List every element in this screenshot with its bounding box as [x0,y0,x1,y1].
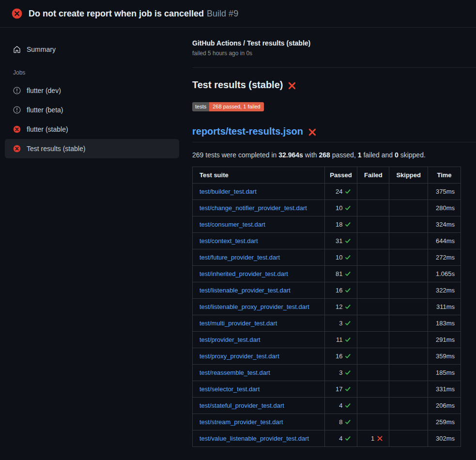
sidebar-item-label: Test results (stable) [27,145,85,153]
suite-link[interactable]: test/context_test.dart [200,237,258,245]
x-circle-icon [13,125,21,133]
suite-link[interactable]: test/builder_test.dart [200,188,257,195]
home-icon [13,46,21,53]
passed-cell: 10 [324,200,357,216]
suite-link[interactable]: test/inherited_provider_test.dart [200,270,288,277]
passed-cell: 11 [324,332,357,348]
sidebar-item-label: flutter (beta) [27,106,63,114]
time-value: 359ms [428,348,461,365]
skipped-cell [389,430,428,447]
passed-cell: 12 [324,299,357,315]
suite-link[interactable]: test/stream_provider_test.dart [200,418,283,426]
suite-link[interactable]: test/listenable_proxy_provider_test.dart [200,303,309,310]
passed-cell: 4 [324,398,357,414]
summary-duration: 32.964s [278,151,303,159]
x-icon [377,435,383,442]
suite-link[interactable]: test/listenable_provider_test.dart [200,287,291,294]
skipped-cell [389,398,428,414]
check-icon [345,320,351,326]
time-value: 259ms [428,414,461,430]
passed-cell: 24 [324,184,357,200]
check-icon [345,386,351,392]
table-row: test/inherited_provider_test.dart 81 1.0… [193,266,461,282]
x-circle-icon [13,145,21,153]
check-icon [345,304,351,310]
sidebar-item-flutter-beta[interactable]: flutter (beta) [5,100,179,120]
sidebar-item-summary[interactable]: Summary [5,40,179,59]
col-header-passed: Passed [324,167,357,184]
col-header-skipped: Skipped [389,167,428,184]
skipped-cell [389,249,428,266]
table-row: test/consumer_test.dart 18 324ms [193,216,461,233]
jobs-list: flutter (dev) flutter (beta) flutter (st… [5,81,179,158]
failed-cell: 1 [357,430,389,447]
x-circle-icon [12,8,22,19]
suite-link[interactable]: test/consumer_test.dart [200,221,265,228]
suite-link[interactable]: test/value_listenable_provider_test.dart [200,435,309,442]
skipped-cell [389,348,428,365]
suite-link[interactable]: test/change_notifier_provider_test.dart [200,204,307,212]
table-row: test/listenable_proxy_provider_test.dart… [193,299,461,315]
sidebar-item-label: flutter (dev) [27,87,61,94]
table-row: test/reassemble_test.dart 3 185ms [193,365,461,381]
check-icon [345,254,351,261]
passed-cell: 17 [324,381,357,398]
table-row: test/stream_provider_test.dart 8 259ms [193,414,461,430]
check-icon [345,435,351,442]
passed-cell: 16 [324,282,357,299]
summary-passed: 268 [319,151,330,159]
failed-cell [357,233,389,249]
failed-cell [357,315,389,332]
suite-link[interactable]: test/multi_provider_test.dart [200,320,277,327]
time-value: 280ms [428,200,461,216]
section-title: Test results (stable) [192,79,476,91]
build-title: Do not create report when job is cancell… [29,9,204,18]
suite-link[interactable]: test/stateful_provider_test.dart [200,402,284,409]
suite-link[interactable]: test/future_provider_test.dart [200,254,280,261]
suite-link[interactable]: test/selector_test.dart [200,385,260,393]
failed-cell [357,398,389,414]
skipped-cell [389,365,428,381]
red-cross-icon [288,81,296,90]
summary-failed: 1 [358,151,362,159]
time-value: 302ms [428,430,461,447]
failed-cell [357,381,389,398]
jobs-section-label: Jobs [5,59,179,81]
report-title-link[interactable]: reports/test-results.json [192,126,303,137]
sidebar-item-test-results-stable[interactable]: Test results (stable) [5,139,179,158]
time-value: 322ms [428,282,461,299]
time-value: 206ms [428,398,461,414]
build-number: Build #9 [207,9,238,18]
table-header-row: Test suite Passed Failed Skipped Time [193,167,461,184]
red-cross-icon [308,128,317,137]
time-value: 644ms [428,233,461,249]
table-row: test/value_listenable_provider_test.dart… [193,430,461,447]
time-value: 183ms [428,315,461,332]
failed-cell [357,216,389,233]
table-row: test/listenable_provider_test.dart 16 32… [193,282,461,299]
tests-badge[interactable]: tests 268 passed, 1 failed [192,102,264,111]
failed-cell [357,249,389,266]
badge-value: 268 passed, 1 failed [209,102,263,111]
suite-link[interactable]: test/proxy_provider_test.dart [200,353,279,360]
results-table-body: test/builder_test.dart 24 375ms test/cha… [193,184,461,447]
suite-link[interactable]: test/reassemble_test.dart [200,369,270,376]
failed-cell [357,365,389,381]
failed-cell [357,332,389,348]
report-title: reports/test-results.json [192,126,476,142]
skipped-cell [389,200,428,216]
time-value: 375ms [428,184,461,200]
suite-link[interactable]: test/provider_test.dart [200,336,261,343]
sidebar-item-flutter-dev[interactable]: flutter (dev) [5,81,179,100]
check-icon [345,205,351,211]
build-header: Do not create report when job is cancell… [0,0,476,28]
badge-label: tests [192,102,209,111]
sidebar-item-flutter-stable[interactable]: flutter (stable) [5,120,179,139]
sidebar: Summary Jobs flutter (dev) flutter (beta… [0,28,184,158]
table-row: test/change_notifier_provider_test.dart … [193,200,461,216]
page-title: Do not create report when job is cancell… [29,9,238,19]
check-icon [345,188,351,195]
table-row: test/builder_test.dart 24 375ms [193,184,461,200]
time-value: 185ms [428,365,461,381]
time-value: 311ms [428,299,461,315]
